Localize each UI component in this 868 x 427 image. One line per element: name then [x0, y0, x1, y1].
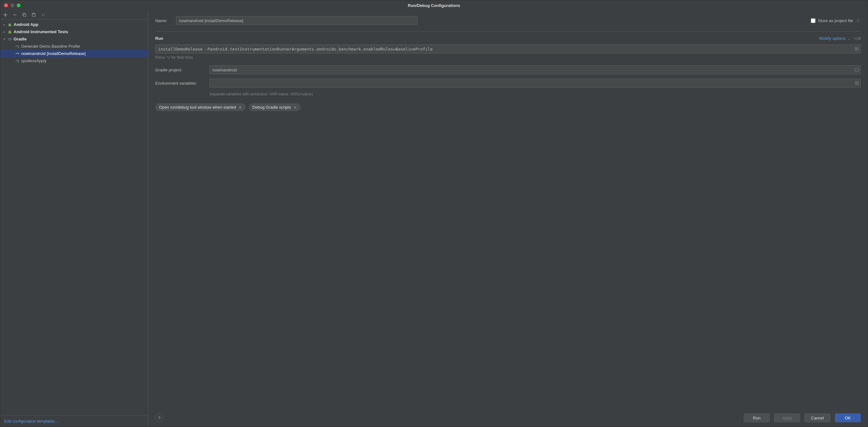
- save-config-button[interactable]: [31, 12, 36, 18]
- gradle-run-icon: [15, 44, 20, 49]
- config-toolbar: [0, 10, 148, 19]
- field-hint: Press ⌥ for field hints: [155, 55, 861, 60]
- sort-config-button[interactable]: [41, 12, 46, 18]
- right-panel: Name: Store as project file Run Modify o…: [148, 10, 868, 427]
- help-button[interactable]: ?: [155, 414, 163, 422]
- gradle-project-label: Gradle project:: [155, 68, 210, 72]
- svg-rect-2: [33, 13, 34, 14]
- chip-debug-gradle[interactable]: Debug Gradle scripts ✕: [249, 103, 301, 111]
- option-chips: Open run/debug tool window when started …: [155, 103, 861, 111]
- name-label: Name:: [155, 18, 170, 23]
- chip-open-tool-window[interactable]: Open run/debug tool window when started …: [155, 103, 246, 111]
- env-vars-label: Environment variables:: [155, 81, 210, 86]
- chip-label: Open run/debug tool window when started: [159, 105, 236, 109]
- close-window-button[interactable]: [4, 3, 8, 7]
- tree-label: Generate Demo Baseline Profile: [21, 44, 80, 48]
- svg-rect-5: [8, 24, 11, 26]
- modify-options-link[interactable]: Modify options ⌄: [819, 36, 850, 41]
- chevron-right-icon: ▸: [2, 23, 6, 26]
- tree-label: Android App: [13, 22, 38, 27]
- titlebar: Run/Debug Configurations: [0, 0, 868, 10]
- env-vars-note: Separate variables with semicolon: VAR=v…: [210, 92, 861, 96]
- action-buttons: Run Apply Cancel OK: [744, 414, 861, 422]
- minimize-window-button[interactable]: [10, 3, 14, 7]
- tree-label: spotlessApply: [21, 59, 46, 63]
- config-tree: ▸ Android App ▸ Android Instrumented Tes…: [0, 19, 148, 415]
- svg-rect-1: [24, 14, 26, 17]
- edit-templates-container: Edit configuration templates…: [0, 415, 148, 427]
- tree-group-android-app[interactable]: ▸ Android App: [0, 21, 148, 28]
- tree-group-gradle[interactable]: ▾ Gradle: [0, 35, 148, 43]
- run-section-header: Run Modify options ⌄ ⌥M: [155, 36, 861, 41]
- tree-label: Gradle: [13, 37, 27, 41]
- ok-button[interactable]: OK: [835, 414, 861, 422]
- expand-field-icon[interactable]: [855, 47, 859, 51]
- env-vars-input[interactable]: [210, 79, 861, 88]
- edit-templates-link[interactable]: Edit configuration templates…: [4, 419, 59, 424]
- store-label: Store as project file: [818, 18, 853, 23]
- cancel-button[interactable]: Cancel: [804, 414, 830, 422]
- modify-options-shortcut: ⌥M: [853, 36, 861, 41]
- traffic-lights: [4, 3, 21, 7]
- run-command-text: installDemoRelease -Pandroid.testInstrum…: [158, 47, 433, 52]
- chip-remove-icon[interactable]: ✕: [293, 105, 297, 109]
- apply-button[interactable]: Apply: [774, 414, 800, 422]
- run-button[interactable]: Run: [744, 414, 770, 422]
- dialog-footer: ? Run Apply Cancel OK: [148, 409, 868, 427]
- chevron-down-icon: ▾: [2, 37, 6, 41]
- gear-icon[interactable]: [856, 18, 861, 23]
- tree-label: nowinandroid [installDemoRelease]: [21, 51, 86, 56]
- name-input[interactable]: [176, 16, 417, 25]
- gradle-icon: [7, 37, 12, 42]
- store-checkbox[interactable]: [811, 18, 815, 23]
- gradle-project-row: Gradle project:: [155, 65, 861, 74]
- tree-item-generate-baseline[interactable]: Generate Demo Baseline Profile: [0, 43, 148, 50]
- android-icon: [7, 22, 12, 27]
- add-config-button[interactable]: [3, 12, 8, 18]
- env-vars-row: Environment variables:: [155, 79, 861, 88]
- gradle-icon: [15, 51, 20, 56]
- chip-label: Debug Gradle scripts: [253, 105, 291, 109]
- run-title: Run: [155, 36, 163, 41]
- left-panel: ▸ Android App ▸ Android Instrumented Tes…: [0, 10, 148, 427]
- tree-label: Android Instrumented Tests: [13, 29, 68, 34]
- name-row: Name: Store as project file: [155, 16, 861, 25]
- expand-field-icon[interactable]: [855, 81, 859, 85]
- divider: [155, 31, 861, 32]
- svg-rect-6: [8, 31, 11, 33]
- tree-group-android-tests[interactable]: ▸ Android Instrumented Tests: [0, 28, 148, 35]
- browse-folder-icon[interactable]: [855, 68, 859, 72]
- gradle-run-icon: [15, 59, 20, 64]
- run-command-input[interactable]: installDemoRelease -Pandroid.testInstrum…: [155, 44, 861, 53]
- android-test-icon: [7, 29, 12, 34]
- svg-point-4: [10, 23, 11, 24]
- dialog-window: Run/Debug Configurations: [0, 0, 868, 427]
- remove-config-button[interactable]: [12, 12, 18, 18]
- svg-point-7: [858, 20, 859, 21]
- tree-item-spotless-apply[interactable]: spotlessApply: [0, 57, 148, 64]
- maximize-window-button[interactable]: [17, 3, 21, 7]
- chevron-down-icon: ⌄: [847, 37, 850, 40]
- copy-config-button[interactable]: [22, 12, 27, 18]
- tree-item-install-demo-release[interactable]: nowinandroid [installDemoRelease]: [0, 50, 148, 57]
- dialog-body: ▸ Android App ▸ Android Instrumented Tes…: [0, 10, 868, 427]
- chevron-right-icon: ▸: [2, 30, 6, 33]
- svg-point-3: [8, 23, 9, 24]
- chip-remove-icon[interactable]: ✕: [239, 105, 242, 109]
- window-title: Run/Debug Configurations: [408, 3, 460, 8]
- store-row: Store as project file: [811, 18, 861, 23]
- gradle-project-input[interactable]: [210, 65, 861, 74]
